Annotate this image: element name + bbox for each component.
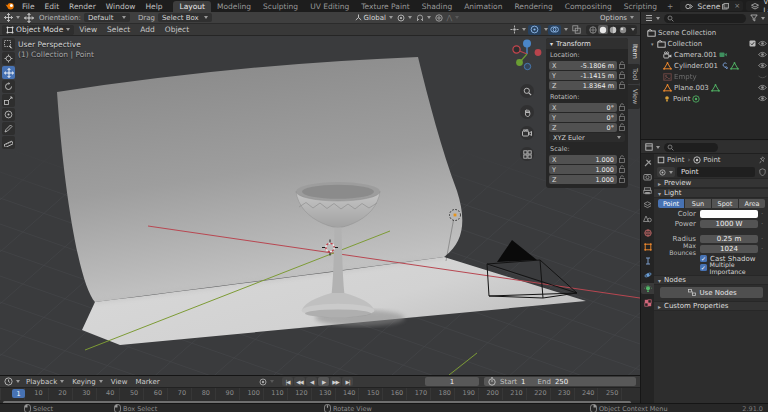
- animate-dot-icon[interactable]: ·: [758, 210, 766, 218]
- show-gizmos-icon[interactable]: [528, 25, 541, 35]
- location-y-field[interactable]: Y-1.1415 m: [549, 71, 617, 80]
- location-z-field[interactable]: Z1.8364 m: [549, 81, 617, 90]
- color-swatch[interactable]: [700, 210, 758, 219]
- constraints-tab[interactable]: [641, 255, 654, 266]
- preview-panel-header[interactable]: ▸ Preview: [654, 178, 768, 188]
- sidebar-tab-tool[interactable]: Tool: [628, 64, 640, 85]
- lock-icon[interactable]: [619, 123, 625, 133]
- light-type-area[interactable]: Area: [739, 199, 765, 208]
- pivot-point-icon[interactable]: [395, 13, 414, 23]
- snap-magnet-icon[interactable]: [414, 13, 433, 23]
- location-x-field[interactable]: X-5.1806 m: [549, 61, 617, 70]
- rotate-tool[interactable]: [2, 80, 15, 93]
- menu-marker[interactable]: Marker: [131, 378, 163, 386]
- proportional-editing-icon[interactable]: [433, 13, 445, 23]
- orientation-dropdown[interactable]: Default: [84, 13, 130, 22]
- current-frame-marker[interactable]: 1: [12, 389, 25, 398]
- world-tab[interactable]: [641, 227, 654, 238]
- current-frame-field[interactable]: 1: [425, 377, 479, 386]
- stopwatch-icon[interactable]: [488, 377, 496, 387]
- max-bounces-field[interactable]: 1024: [700, 245, 758, 254]
- menu-help[interactable]: Help: [140, 2, 167, 11]
- menu-add[interactable]: Add: [135, 25, 160, 34]
- zoom-icon[interactable]: [520, 84, 534, 98]
- lock-icon[interactable]: [619, 165, 625, 175]
- menu-window[interactable]: Window: [101, 2, 141, 11]
- scene-selector[interactable]: Scene ×: [680, 1, 743, 11]
- wireframe-shading-icon[interactable]: [588, 25, 598, 34]
- fake-user-shield-icon[interactable]: [759, 168, 766, 176]
- transform-panel-header[interactable]: ▾ Transform: [546, 38, 628, 49]
- light-type-spot[interactable]: Spot: [712, 199, 738, 208]
- unlink-scene-icon[interactable]: ×: [734, 2, 740, 10]
- cursor-tool[interactable]: [2, 52, 15, 65]
- breadcrumb-object[interactable]: Point: [667, 156, 684, 164]
- outliner-row-collection[interactable]: ▾ Collection: [641, 38, 768, 49]
- tab-layout[interactable]: Layout: [173, 1, 211, 12]
- play-reverse-button[interactable]: ◀: [306, 377, 317, 386]
- outliner-row-scene-collection[interactable]: Scene Collection: [641, 27, 768, 38]
- rendered-shading-icon[interactable]: [618, 25, 628, 34]
- editor-type-clock-icon[interactable]: [2, 377, 22, 387]
- xray-icon[interactable]: [570, 25, 583, 35]
- show-overlays-icon[interactable]: [548, 25, 561, 35]
- filter-funnel-icon[interactable]: [748, 13, 767, 23]
- mode-dropdown[interactable]: Object Mode: [2, 25, 74, 35]
- output-tab[interactable]: [641, 185, 654, 196]
- solid-shading-icon[interactable]: [598, 25, 608, 34]
- options-dropdown[interactable]: Options: [598, 13, 636, 23]
- expand-caret-icon[interactable]: ▾: [651, 41, 654, 47]
- light-browse-icon[interactable]: [657, 167, 675, 177]
- drag-dropdown[interactable]: Select Box: [158, 13, 212, 22]
- scale-z-field[interactable]: Z1.000: [549, 175, 617, 184]
- timeline-ruler[interactable]: 1 10203040506070809010011012013014015016…: [0, 388, 640, 400]
- use-nodes-button[interactable]: Use Nodes: [660, 287, 763, 298]
- new-scene-icon[interactable]: [720, 1, 731, 11]
- animate-dot-icon[interactable]: ·: [758, 235, 766, 243]
- viewport-3d[interactable]: User Perspective (1) Collection | Point: [0, 36, 640, 375]
- camera-view-icon[interactable]: [520, 126, 534, 140]
- menu-view-timeline[interactable]: View: [107, 378, 132, 386]
- cast-shadow-checkbox[interactable]: ✓: [700, 255, 707, 262]
- tab-shading[interactable]: Shading: [416, 1, 458, 12]
- exclude-checkbox-icon[interactable]: [749, 40, 756, 47]
- lock-icon[interactable]: [619, 61, 625, 71]
- properties-search-input[interactable]: [664, 143, 718, 152]
- texture-tab[interactable]: [641, 297, 654, 308]
- lock-icon[interactable]: [619, 175, 625, 185]
- tab-scripting[interactable]: Scripting: [618, 1, 663, 12]
- navigation-gizmo[interactable]: [511, 38, 543, 72]
- transform-tool[interactable]: [2, 108, 15, 121]
- menu-view[interactable]: View: [74, 25, 102, 34]
- data-name-input[interactable]: Point: [677, 167, 755, 177]
- menu-keying[interactable]: Keying: [68, 378, 107, 386]
- tab-compositing[interactable]: Compositing: [559, 1, 618, 12]
- physics-tab[interactable]: [641, 269, 654, 280]
- scale-tool[interactable]: [2, 94, 15, 107]
- lock-icon[interactable]: [619, 103, 625, 113]
- end-value[interactable]: 250: [555, 378, 568, 386]
- object-tab[interactable]: [641, 241, 654, 252]
- tab-modeling[interactable]: Modeling: [211, 1, 257, 12]
- eye-icon[interactable]: [758, 51, 767, 58]
- menu-render[interactable]: Render: [64, 2, 101, 11]
- power-field[interactable]: 1000 W: [700, 220, 758, 229]
- light-type-point[interactable]: Point: [658, 199, 684, 208]
- move-tool[interactable]: [2, 66, 15, 79]
- active-tool-dropdown[interactable]: [2, 13, 22, 23]
- jump-to-end-button[interactable]: ▶|: [342, 377, 353, 386]
- multiple-importance-checkbox[interactable]: ✓: [700, 264, 707, 271]
- eye-closed-icon[interactable]: [758, 73, 767, 80]
- start-value[interactable]: 1: [521, 378, 525, 386]
- light-type-sun[interactable]: Sun: [685, 199, 711, 208]
- sidebar-tab-view[interactable]: View: [628, 85, 640, 108]
- pan-icon[interactable]: [520, 105, 534, 119]
- eye-icon[interactable]: [758, 95, 767, 102]
- eye-icon[interactable]: [758, 62, 767, 69]
- eye-icon[interactable]: [758, 40, 767, 47]
- custom-properties-panel-header[interactable]: ▸ Custom Properties: [654, 301, 768, 311]
- rotation-y-field[interactable]: Y0°: [549, 113, 617, 122]
- menu-playback[interactable]: Playback: [22, 378, 68, 386]
- jump-next-keyframe-button[interactable]: ▶▶: [330, 377, 341, 386]
- scale-x-field[interactable]: X1.000: [549, 155, 617, 164]
